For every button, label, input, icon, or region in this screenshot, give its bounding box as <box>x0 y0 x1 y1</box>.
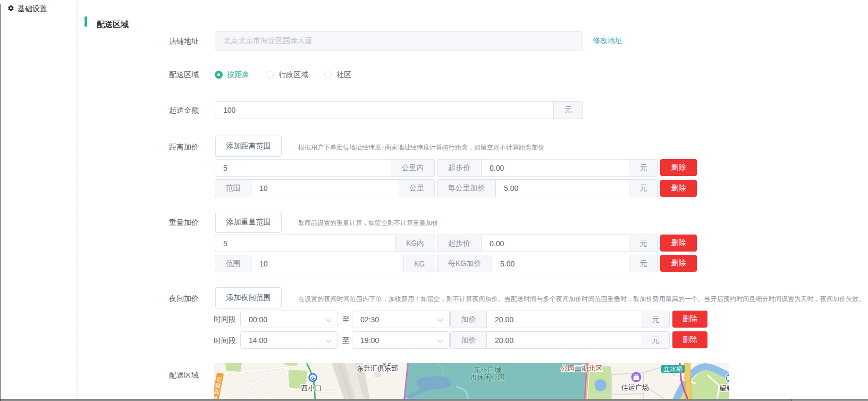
svg-text:速: 速 <box>214 395 218 399</box>
svg-text:佳运广场: 佳运广场 <box>621 383 649 391</box>
svg-text:立水桥: 立水桥 <box>663 365 682 373</box>
svg-text:东小口城: 东小口城 <box>474 366 501 374</box>
svg-text:东升汇俱乐部: 东升汇俱乐部 <box>357 364 398 372</box>
svg-text:G: G <box>311 375 315 381</box>
svg-text:藏: 藏 <box>215 382 221 389</box>
svg-text:公园二期北区: 公园二期北区 <box>561 364 602 372</box>
svg-text:市休闲公园: 市休闲公园 <box>470 373 505 381</box>
svg-text:京: 京 <box>216 376 222 383</box>
svg-text:西小口: 西小口 <box>301 384 322 392</box>
svg-text:望春园: 望春园 <box>719 384 729 392</box>
